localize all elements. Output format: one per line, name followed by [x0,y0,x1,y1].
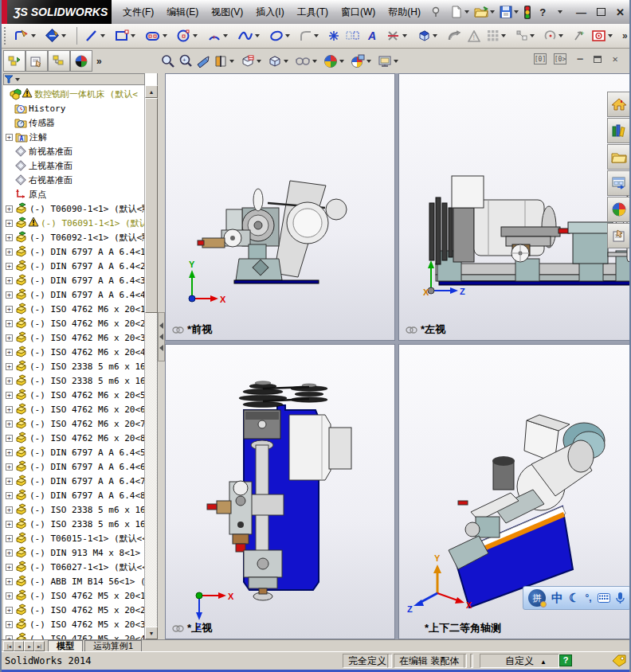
expander-icon[interactable]: + [6,277,13,284]
menu-0[interactable]: 文件(F) [116,0,160,24]
panel-tab-displaymanager[interactable] [70,50,92,72]
tree-item[interactable]: +(-) ISO 4762 M6 x 20<1 [3,302,145,316]
ime-language-bar[interactable]: 拼 中 ☾ °, [523,586,631,610]
tree-item[interactable]: +(-) ISO 4762 M6 x 20<3 [3,330,145,345]
expander-icon[interactable]: + [6,535,13,542]
doc-restore-button[interactable] [594,56,602,63]
expander-icon[interactable]: + [6,506,13,514]
move-tool-button[interactable] [512,25,541,46]
tree-item[interactable]: +(-) ISO 4762 M6 x 20<5 [3,388,145,402]
tree-item[interactable]: +(-) DIN 6797 A A 6.4<1 [3,244,145,259]
expander-icon[interactable]: + [6,463,13,471]
tree-item[interactable]: +(-) T06015-1<1> (默认<< [3,531,145,545]
tree-item[interactable]: 右视基准面 [3,173,145,187]
expander-icon[interactable]: + [6,205,13,213]
text-tool-button[interactable]: A [363,25,383,46]
menu-5[interactable]: 窗口(W) [335,0,382,24]
spline-tool-button[interactable] [234,25,266,46]
ime-mic-icon[interactable] [616,592,625,604]
mirror-tool-button[interactable] [343,25,363,46]
tree-item[interactable]: +(-) ISO 2338 5 m6 x 16 - [3,359,145,373]
status-custom[interactable]: 自定义 [480,654,559,668]
tree-item[interactable]: 前视基准面 [3,144,145,158]
traffic-light-button[interactable] [523,6,531,19]
pattern-tool-button[interactable] [484,25,512,46]
tab-model[interactable]: 模型 [48,640,83,651]
trim-tool-button[interactable] [383,25,413,46]
tree-item[interactable]: 原点 [3,187,145,201]
viewport-top[interactable]: X Z *上视 [165,344,395,639]
taskpane-appearances-scenes-tab[interactable] [607,197,630,222]
tree-item[interactable]: +(-) ISO 2338 5 m6 x 16 - [3,502,145,517]
tree-item[interactable]: +(-) T06091-1<1> (默认 [3,216,145,230]
ime-punctuation-icon[interactable]: °, [585,592,591,604]
tree-item[interactable]: 上视基准面 [3,158,145,173]
new-document-button[interactable] [450,6,472,18]
tree-item[interactable]: +(-) ISO 4762 M6 x 20<8 [3,431,145,445]
warning-tool-button[interactable]: ! [464,25,484,46]
tree-item[interactable]: +(-) T06092-1<1> (默认<黙 [3,230,145,244]
panel-tab-featuremanager[interactable] [3,50,25,72]
tree-item[interactable]: +(-) DIN 6797 A A 6.4<2 [3,259,145,273]
expander-icon[interactable]: + [6,435,13,442]
scroll-up-button[interactable]: ▲ [145,85,158,98]
expander-icon[interactable]: + [6,234,13,241]
tree-item[interactable]: +(-) ISO 4762 M5 x 20<4 [3,631,145,639]
expander-icon[interactable]: + [6,263,13,270]
expander-icon[interactable]: + [6,578,13,585]
minimize-button[interactable]: — [576,6,586,18]
panel-tab-chevron[interactable]: » [96,50,102,72]
status-custom-arrow[interactable]: ▲ [540,658,547,666]
tree-item[interactable]: +(-) ISO 2338 5 m6 x 16 - [3,373,145,388]
expander-icon[interactable]: + [6,349,13,356]
pin-icon[interactable] [430,6,441,18]
ellipse-tool-button[interactable] [266,25,296,46]
tree-scrollbar[interactable]: ▲ ▼ [144,85,157,639]
ime-logo-icon[interactable]: 拼 [528,589,546,607]
tab-nav-prev[interactable]: ◀ [14,641,24,651]
expander-icon[interactable]: + [6,521,13,528]
expander-icon[interactable]: + [6,291,13,299]
open-button[interactable] [474,6,498,18]
status-help-icon[interactable]: ? [559,654,572,666]
viewport-left[interactable]: X Z *左视 [398,73,631,341]
split-right-button[interactable]: [0> [554,53,566,64]
scroll-thumb[interactable] [145,98,158,313]
expander-icon[interactable]: + [6,363,13,370]
tree-item[interactable]: +(-) DIN 6797 A A 6.4<3 [3,273,145,287]
taskpane-file-explorer-tab[interactable] [607,170,630,196]
restore-button[interactable] [597,8,606,16]
doc-close-button[interactable]: ✕ [609,53,621,64]
scroll-down-button[interactable]: ▼ [145,627,158,639]
section-view-button[interactable] [214,55,237,68]
expander-icon[interactable]: + [6,134,13,141]
tree-item[interactable]: +(-) DIN 913 M4 x 8<1> [3,545,145,560]
expander-icon[interactable]: + [6,392,13,399]
fillet-tool-button[interactable] [296,25,325,46]
taskpane-design-library-tab[interactable] [607,144,630,170]
display-style-button[interactable] [268,54,292,68]
ime-keyboard-icon[interactable] [598,593,610,603]
tree-filter-bar[interactable] [3,73,145,85]
zoom-area-button[interactable]: + [178,54,193,68]
tree-item[interactable]: +(-) T06090-1<1> (默认<黙 [3,201,145,216]
status-tag-icon[interactable] [612,654,626,667]
tree-item[interactable]: +(-) T06027-1<1> (默认<< [3,560,145,574]
tab-nav-last[interactable]: ▶| [34,641,45,651]
viewport-front[interactable]: Y X *前视 [165,73,395,341]
expander-icon[interactable]: + [6,420,13,428]
panel-tab-propertymanager[interactable] [25,50,48,72]
expander-icon[interactable]: + [6,564,13,571]
rotate-tool-button[interactable] [541,25,570,46]
tree-item[interactable]: +(-) ISO 4762 M6 x 20<4 [3,345,145,359]
expander-icon[interactable]: + [6,492,13,499]
cube-tool-button[interactable] [413,25,444,46]
tree-item[interactable]: +(-) ISO 4762 M6 x 20<6 [3,402,145,416]
scene-button[interactable] [351,54,374,68]
tree-item[interactable]: +(-) DIN 6797 A A 6.4<7 [3,474,145,488]
tree-item[interactable]: +(-) ISO 4762 M5 x 20<3 [3,617,145,631]
tab-nav-first[interactable]: |◀ [3,641,14,651]
zoom-fit-button[interactable] [161,54,175,68]
split-left-button[interactable]: [0] [534,53,547,64]
toolbar-grip[interactable] [3,26,7,45]
